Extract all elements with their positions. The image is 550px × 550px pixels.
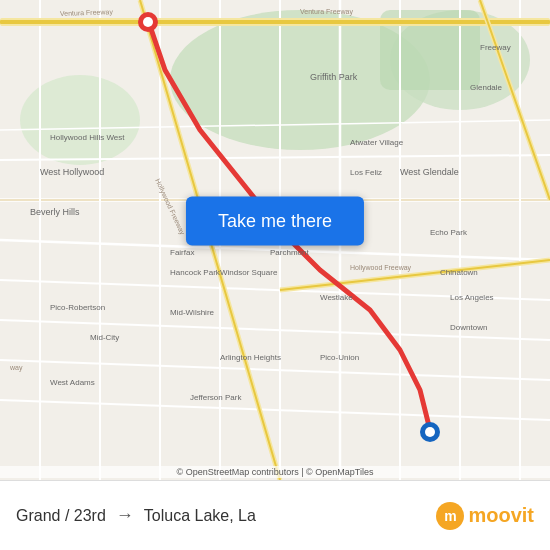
svg-text:Glendale: Glendale [470, 83, 503, 92]
svg-point-3 [20, 75, 140, 165]
svg-text:way: way [9, 364, 23, 372]
svg-text:Freeway: Freeway [480, 43, 511, 52]
svg-rect-24 [0, 20, 550, 24]
take-me-there-button[interactable]: Take me there [186, 196, 364, 245]
route-arrow-icon: → [116, 505, 134, 526]
route-to: Toluca Lake, La [144, 507, 256, 525]
svg-text:Hollywood Hills West: Hollywood Hills West [50, 133, 125, 142]
svg-text:Mid-Wilshire: Mid-Wilshire [170, 308, 215, 317]
svg-text:Pico-Robertson: Pico-Robertson [50, 303, 105, 312]
svg-text:Windsor Square: Windsor Square [220, 268, 278, 277]
moovit-brand-text: moovit [468, 504, 534, 527]
moovit-logo[interactable]: m moovit [436, 502, 534, 530]
svg-text:Los Angeles: Los Angeles [450, 293, 494, 302]
svg-text:Parchmont: Parchmont [270, 248, 309, 257]
svg-text:Los Feliz: Los Feliz [350, 168, 382, 177]
svg-text:Griffith Park: Griffith Park [310, 72, 358, 82]
svg-text:Arlington Heights: Arlington Heights [220, 353, 281, 362]
svg-point-28 [425, 427, 435, 437]
map-attribution: © OpenStreetMap contributors | © OpenMap… [0, 466, 550, 478]
svg-text:Chinatown: Chinatown [440, 268, 478, 277]
svg-point-26 [143, 17, 153, 27]
map-container: Beverly Hills West Hollywood Hollywood H… [0, 0, 550, 480]
svg-text:Mid-City: Mid-City [90, 333, 119, 342]
svg-text:Downtown: Downtown [450, 323, 487, 332]
bottom-bar: Grand / 23rd → Toluca Lake, La m moovit [0, 480, 550, 550]
svg-text:Ventura Freeway: Ventura Freeway [300, 8, 353, 16]
moovit-icon: m [436, 502, 464, 530]
svg-text:Beverly Hills: Beverly Hills [30, 207, 80, 217]
svg-text:West Adams: West Adams [50, 378, 95, 387]
svg-text:West Glendale: West Glendale [400, 167, 459, 177]
svg-text:Hancock Park: Hancock Park [170, 268, 221, 277]
svg-text:Atwater Village: Atwater Village [350, 138, 404, 147]
svg-text:Hollywood Freeway: Hollywood Freeway [350, 264, 412, 272]
svg-text:Echo Park: Echo Park [430, 228, 468, 237]
svg-text:Jefferson Park: Jefferson Park [190, 393, 242, 402]
svg-text:Westlake: Westlake [320, 293, 353, 302]
svg-text:Pico-Union: Pico-Union [320, 353, 359, 362]
route-from: Grand / 23rd [16, 507, 106, 525]
svg-text:West Hollywood: West Hollywood [40, 167, 104, 177]
svg-text:Fairfax: Fairfax [170, 248, 194, 257]
